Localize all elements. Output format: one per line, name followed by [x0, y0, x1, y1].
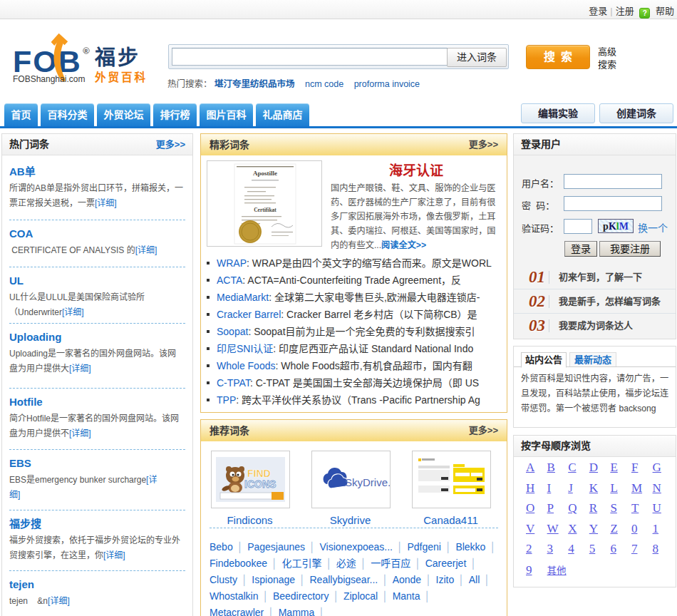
svg-text:R: R — [85, 48, 88, 53]
svg-text:ICONS: ICONS — [244, 478, 276, 490]
svg-text:FOB: FOB — [13, 44, 82, 78]
svg-text:FOBShanghai.com: FOBShanghai.com — [13, 74, 85, 84]
svg-text:Apostille: Apostille — [253, 170, 277, 177]
svg-text:Certifikat: Certifikat — [254, 207, 277, 213]
svg-text:FIND: FIND — [247, 468, 271, 479]
svg-text:SkyDrive.: SkyDrive. — [345, 476, 390, 488]
